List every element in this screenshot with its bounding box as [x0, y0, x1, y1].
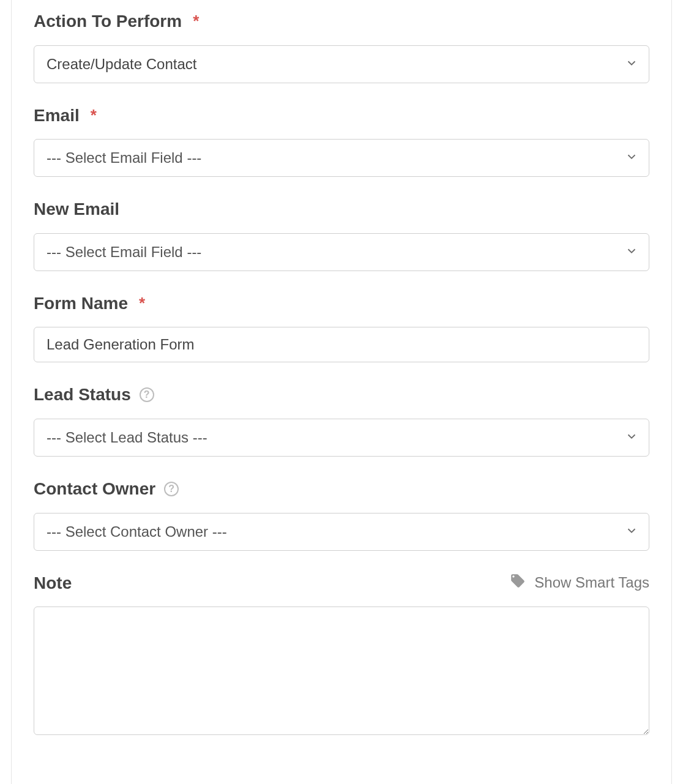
label-row: Lead Status ? [34, 384, 649, 405]
contact-owner-select[interactable]: --- Select Contact Owner --- [34, 513, 649, 551]
help-icon[interactable]: ? [140, 387, 154, 402]
new-email-select-placeholder: --- Select Email Field --- [34, 233, 649, 271]
show-smart-tags-link[interactable]: Show Smart Tags [510, 573, 649, 592]
lead-status-label: Lead Status [34, 384, 131, 405]
email-select[interactable]: --- Select Email Field --- [34, 139, 649, 177]
label-row: Form Name * [34, 293, 649, 314]
field-action-to-perform: Action To Perform * Create/Update Contac… [34, 11, 649, 83]
field-form-name: Form Name * [34, 293, 649, 363]
field-new-email: New Email --- Select Email Field --- [34, 199, 649, 271]
label-left: Lead Status ? [34, 384, 154, 405]
form-panel: Action To Perform * Create/Update Contac… [11, 0, 672, 784]
new-email-label: New Email [34, 199, 119, 220]
label-left: Email * [34, 105, 97, 126]
form-name-label: Form Name [34, 293, 128, 314]
label-left: New Email [34, 199, 119, 220]
field-email: Email * --- Select Email Field --- [34, 105, 649, 177]
required-asterisk-icon: * [91, 106, 97, 125]
field-contact-owner: Contact Owner ? --- Select Contact Owner… [34, 479, 649, 551]
field-lead-status: Lead Status ? --- Select Lead Status --- [34, 384, 649, 457]
label-left: Note [34, 573, 72, 594]
label-row: Email * [34, 105, 649, 126]
email-label: Email [34, 105, 80, 126]
label-left: Action To Perform * [34, 11, 199, 32]
note-textarea[interactable] [34, 607, 649, 735]
form-name-input[interactable] [34, 327, 649, 362]
lead-status-select[interactable]: --- Select Lead Status --- [34, 419, 649, 457]
label-row: Contact Owner ? [34, 479, 649, 499]
label-row: New Email [34, 199, 649, 220]
required-asterisk-icon: * [139, 294, 145, 313]
label-row: Action To Perform * [34, 11, 649, 32]
note-label: Note [34, 573, 72, 594]
required-asterisk-icon: * [193, 12, 199, 31]
action-select-value: Create/Update Contact [34, 45, 649, 83]
help-icon[interactable]: ? [164, 482, 179, 496]
field-note: Note Show Smart Tags [34, 573, 649, 738]
email-select-placeholder: --- Select Email Field --- [34, 139, 649, 177]
tag-icon [510, 573, 526, 592]
smart-tags-label: Show Smart Tags [534, 574, 649, 591]
action-label: Action To Perform [34, 11, 182, 32]
new-email-select[interactable]: --- Select Email Field --- [34, 233, 649, 271]
lead-status-select-placeholder: --- Select Lead Status --- [34, 419, 649, 457]
contact-owner-select-placeholder: --- Select Contact Owner --- [34, 513, 649, 551]
label-left: Contact Owner ? [34, 479, 179, 499]
label-row: Note Show Smart Tags [34, 573, 649, 594]
label-left: Form Name * [34, 293, 145, 314]
action-select[interactable]: Create/Update Contact [34, 45, 649, 83]
contact-owner-label: Contact Owner [34, 479, 155, 499]
